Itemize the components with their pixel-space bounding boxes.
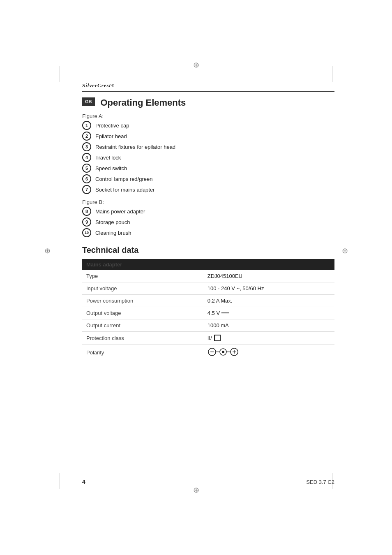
list-item: 10Cleaning brush <box>82 228 334 237</box>
table-cell-value: 1000 mA <box>203 319 334 332</box>
list-item: 9Storage pouch <box>82 217 334 227</box>
item-text: Protective cap <box>95 121 129 130</box>
item-number: 1 <box>82 121 91 130</box>
item-number: 2 <box>82 132 91 141</box>
protection-class-symbol: II/ <box>208 335 221 341</box>
table-cell-value: 100 - 240 V ~, 50/60 Hz <box>203 282 334 295</box>
item-text: Storage pouch <box>95 217 130 227</box>
item-number: 8 <box>82 207 91 216</box>
item-text: Epilator head <box>95 132 127 141</box>
page-number: 4 <box>82 479 85 485</box>
table-row: TypeZDJ045100EU <box>82 270 334 282</box>
crosshair-right: ⊕ <box>341 247 349 255</box>
list-item: 2Epilator head <box>82 132 334 141</box>
table-cell-value: II/ <box>203 332 334 345</box>
figure-b-label: Figure B: <box>82 199 334 205</box>
table-cell-value <box>203 345 334 361</box>
item-number: 9 <box>82 217 91 227</box>
list-item: 3Restraint fixtures for epilator head <box>82 142 334 151</box>
vline-right-top <box>332 66 332 82</box>
table-row: Protection classII/ <box>82 332 334 345</box>
section-title: Operating Elements <box>101 97 186 108</box>
vline-left-bottom <box>60 473 60 489</box>
table-header-cell: Mains adapter <box>82 259 334 270</box>
crosshair-left: ⊕ <box>43 247 51 255</box>
item-number: 3 <box>82 142 91 151</box>
item-text: Socket for mains adapter <box>95 185 155 194</box>
item-text: Cleaning brush <box>95 228 131 237</box>
item-number: 7 <box>82 185 91 194</box>
item-number: 10 <box>82 228 91 237</box>
tech-table: Mains adapter TypeZDJ045100EUInput volta… <box>82 259 334 361</box>
item-text: Travel lock <box>95 153 121 162</box>
page-footer: 4 SED 3.7 C2 <box>82 479 334 485</box>
list-item: 7Socket for mains adapter <box>82 185 334 194</box>
table-cell-label: Output voltage <box>82 307 203 319</box>
model-number: SED 3.7 C2 <box>306 479 334 485</box>
list-item: 5Speed switch <box>82 164 334 173</box>
list-item: 8Mains power adapter <box>82 207 334 216</box>
brand-tm: ® <box>111 83 114 88</box>
table-header-row: Mains adapter <box>82 259 334 270</box>
item-number: 4 <box>82 153 91 162</box>
table-cell-label: Protection class <box>82 332 203 345</box>
table-row: Output voltage4.5 V ══ <box>82 307 334 319</box>
svg-point-4 <box>222 351 224 353</box>
item-text: Control lamps red/green <box>95 174 152 183</box>
table-cell-value: ZDJ045100EU <box>203 270 334 282</box>
polarity-symbol <box>208 347 244 356</box>
figure-b-list: 8Mains power adapter9Storage pouch10Clea… <box>82 207 334 237</box>
tech-data-title: Technical data <box>82 245 334 255</box>
list-item: 6Control lamps red/green <box>82 174 334 183</box>
crosshair-top: ⊕ <box>192 61 200 69</box>
figure-a-list: 1Protective cap2Epilator head3Restraint … <box>82 121 334 194</box>
table-row: Power consumption0.2 A Max. <box>82 295 334 307</box>
list-item: 1Protective cap <box>82 121 334 130</box>
list-item: 4Travel lock <box>82 153 334 162</box>
item-text: Speed switch <box>95 164 127 173</box>
item-number: 5 <box>82 164 91 173</box>
table-cell-label: Output current <box>82 319 203 332</box>
table-row: Input voltage100 - 240 V ~, 50/60 Hz <box>82 282 334 295</box>
brand-line: SilverCrest® <box>82 82 334 92</box>
item-text: Restraint fixtures for epilator head <box>95 142 175 151</box>
crosshair-bottom: ⊕ <box>192 486 200 494</box>
content-area: SilverCrest® GB Operating Elements Figur… <box>82 82 334 473</box>
item-number: 6 <box>82 174 91 183</box>
table-row: Output current1000 mA <box>82 319 334 332</box>
figure-a-label: Figure A: <box>82 113 334 119</box>
table-cell-value: 0.2 A Max. <box>203 295 334 307</box>
lang-badge: GB <box>82 97 95 106</box>
item-text: Mains power adapter <box>95 207 145 216</box>
table-cell-label: Power consumption <box>82 295 203 307</box>
table-cell-label: Type <box>82 270 203 282</box>
vline-left-top <box>60 66 60 82</box>
table-cell-label: Input voltage <box>82 282 203 295</box>
page: ⊕ ⊕ ⊕ ⊕ SilverCrest® GB Operating Elemen… <box>0 0 392 555</box>
table-cell-value: 4.5 V ══ <box>203 307 334 319</box>
table-row: Polarity <box>82 345 334 361</box>
brand-name: SilverCrest <box>82 82 111 89</box>
section-heading-row: GB Operating Elements <box>82 97 334 108</box>
box-symbol <box>214 335 221 341</box>
table-cell-label: Polarity <box>82 345 203 361</box>
